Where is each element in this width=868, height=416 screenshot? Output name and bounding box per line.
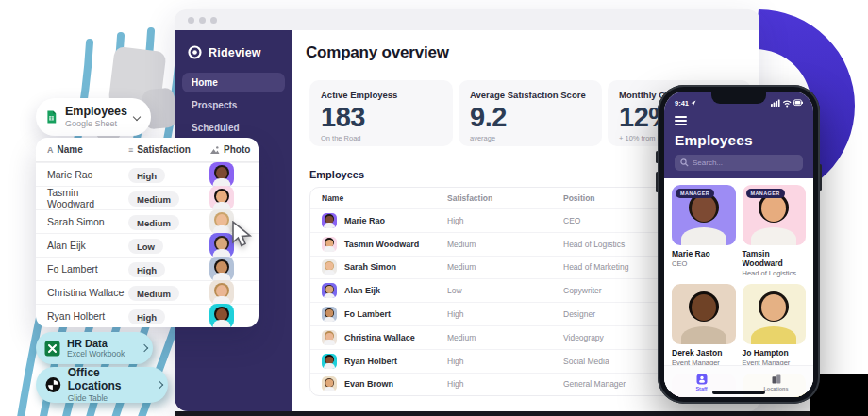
google-sheets-icon <box>44 107 58 127</box>
avatar <box>322 237 337 252</box>
column-label: Name <box>58 144 83 155</box>
avatar <box>322 376 337 391</box>
photo-thumbnail <box>209 186 234 210</box>
employee-name: Marie Rao <box>47 169 128 180</box>
avatar <box>322 330 337 345</box>
sheet-row[interactable]: Ryan Holbert High <box>36 304 259 327</box>
avatar <box>322 259 337 275</box>
employee-name: Sarah Simon <box>47 216 128 227</box>
sheet-row[interactable]: Fo Lambert High <box>36 257 259 280</box>
source-title: Employees <box>65 106 127 119</box>
status-icons <box>771 98 803 108</box>
sheet-column-photo[interactable]: Photo <box>209 144 259 155</box>
satisfaction-value: Low <box>447 286 563 295</box>
sheet-column-name[interactable]: A Name <box>47 144 128 155</box>
sheet-row[interactable]: Christina Wallace Medium <box>36 280 259 304</box>
avatar <box>322 213 337 228</box>
text-type-icon: A <box>47 145 54 155</box>
sidebar-item-scheduled[interactable]: Scheduled <box>182 118 285 138</box>
employee-card[interactable]: Jo Hampton Event Manager <box>743 284 807 367</box>
satisfaction-value: Medium <box>447 333 563 342</box>
phone-search-input[interactable]: Search... <box>675 155 803 171</box>
chevron-right-icon[interactable] <box>141 344 148 352</box>
photo-thumbnail <box>209 162 234 187</box>
employee-name: Tamsin Woodward <box>743 249 807 268</box>
chevron-down-icon[interactable] <box>133 113 141 121</box>
employee-photo: MANAGER <box>743 185 807 245</box>
signal-icon <box>771 99 780 107</box>
avatar <box>322 354 337 369</box>
tab-label: Locations <box>764 386 789 391</box>
satisfaction-badge: Low <box>128 239 163 254</box>
excel-icon <box>44 341 60 357</box>
satisfaction-badge: Medium <box>128 191 179 207</box>
employee-name: Sarah Simon <box>344 262 396 272</box>
hamburger-menu-icon[interactable] <box>675 116 687 125</box>
sheet-row[interactable]: Alan Eijk Low <box>36 233 259 257</box>
home-indicator[interactable] <box>712 391 765 394</box>
satisfaction-badge: Medium <box>128 286 179 301</box>
satisfaction-badge: High <box>128 262 165 277</box>
satisfaction-value: Medium <box>447 262 563 272</box>
sheet-table-card: A Name ≡ Satisfaction Photo Marie Rao Hi… <box>36 138 259 327</box>
sheet-column-satisfaction[interactable]: ≡ Satisfaction <box>128 144 209 155</box>
satisfaction-badge: High <box>128 168 165 183</box>
satisfaction-value: High <box>447 379 563 389</box>
phone-app-title: Employees <box>675 132 803 149</box>
source-pill-hr-data[interactable]: HR Data Excel Workbook <box>36 332 153 364</box>
manager-badge: MANAGER <box>746 189 785 198</box>
window-zoom-button[interactable] <box>210 17 217 24</box>
employee-name: Alan Eijk <box>47 240 128 251</box>
source-title: HR Data <box>67 338 125 350</box>
sidebar-item-home[interactable]: Home <box>182 73 285 92</box>
list-icon: ≡ <box>128 145 133 155</box>
sidebar-item-prospects[interactable]: Prospects <box>182 95 285 115</box>
chevron-right-icon[interactable] <box>156 381 163 389</box>
window-minimize-button[interactable] <box>199 17 206 24</box>
satisfaction-value: High <box>447 357 563 366</box>
rideview-logo-icon <box>188 45 202 59</box>
employees-section-title: Employees <box>309 169 364 180</box>
employee-name: Ryan Holbert <box>47 310 128 322</box>
avatar <box>322 307 337 322</box>
column-label: Satisfaction <box>137 144 191 155</box>
sheet-row[interactable]: Tasmin Woodward Medium <box>36 186 259 209</box>
employee-card[interactable]: MANAGER Tamsin Woodward Head of Logistic… <box>743 185 807 277</box>
sheet-source-pill[interactable]: Employees Google Sheet <box>36 98 151 136</box>
employee-name: Tasmin Woodward <box>47 187 128 209</box>
column-header-name[interactable]: Name <box>310 193 447 203</box>
window-close-button[interactable] <box>188 17 194 24</box>
employee-name: Marie Rao <box>672 249 736 258</box>
employee-name: Ryan Holbert <box>344 357 397 366</box>
satisfaction-value: High <box>447 216 563 225</box>
photo-thumbnail <box>209 257 234 281</box>
employee-photo: MANAGER <box>672 185 736 245</box>
phone-mockup: 9:41 <box>658 85 820 404</box>
sheet-row[interactable]: Marie Rao High <box>36 162 259 186</box>
app-brand-name: Rideview <box>209 46 261 59</box>
employee-card[interactable]: MANAGER Marie Rao CEO <box>672 185 736 277</box>
employee-name: Fo Lambert <box>47 263 128 275</box>
wifi-icon <box>783 101 791 107</box>
satisfaction-value: High <box>447 309 563 319</box>
employee-name: Christina Wallace <box>47 287 128 298</box>
source-pill-office-locations[interactable]: Office Locations Glide Table <box>36 367 168 403</box>
column-label: Photo <box>224 144 250 155</box>
source-subtitle: Glide Table <box>68 393 150 403</box>
stat-card-active-employees: Active Employess 183 On the Road <box>309 80 453 146</box>
stat-caption: average <box>470 134 591 142</box>
image-icon <box>209 145 220 155</box>
column-header-satisfaction[interactable]: Satisfaction <box>447 193 563 203</box>
source-subtitle: Google Sheet <box>65 119 127 128</box>
photo-thumbnail <box>209 280 234 305</box>
search-placeholder: Search... <box>693 158 723 167</box>
tab-label: Staff <box>695 386 707 391</box>
sheet-row[interactable]: Sarah Simon Medium <box>36 209 259 233</box>
employee-card[interactable]: Derek Jaston Event Manager <box>672 284 736 367</box>
page-section-divider <box>175 411 868 416</box>
page-title: Company overview <box>306 43 449 62</box>
employee-photo <box>743 284 807 344</box>
status-time: 9:41 <box>675 99 689 108</box>
satisfaction-badge: High <box>128 309 165 324</box>
sheet-header: A Name ≡ Satisfaction Photo <box>36 138 259 162</box>
